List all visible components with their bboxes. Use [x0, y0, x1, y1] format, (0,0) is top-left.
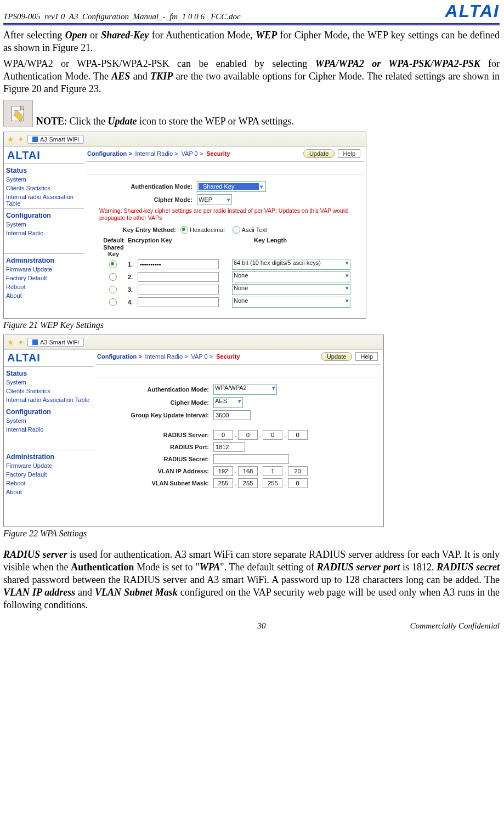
vlan-mask-3[interactable] — [263, 478, 282, 488]
radius-ip-4[interactable] — [288, 430, 308, 440]
add-favorite-icon[interactable]: ✦ — [18, 338, 24, 347]
note-label: NOTE — [36, 116, 64, 127]
sidebar-item-internal-radio[interactable]: Internal Radio — [4, 229, 84, 238]
chevron-down-icon: ▾ — [346, 259, 349, 269]
sidebar-status-title: Status — [4, 366, 94, 378]
radius-ip-2[interactable] — [238, 430, 258, 440]
sidebar-admin-title: Administration — [4, 253, 84, 265]
sidebar-item-firmware[interactable]: Firmware Update — [4, 462, 94, 471]
auth-mode-label: Authentication Mode: — [116, 386, 213, 393]
encryption-key-input[interactable] — [138, 272, 219, 282]
cipher-mode-select[interactable]: WEP▾ — [197, 194, 232, 205]
breadcrumb-config[interactable]: Configuration > — [97, 353, 142, 360]
sidebar-item-reboot[interactable]: Reboot — [4, 479, 94, 488]
col-default-key: Default Shared Key — [99, 237, 128, 257]
sidebar-logo: ALTAI — [7, 149, 41, 162]
radius-ip-1[interactable] — [213, 430, 233, 440]
sidebar-item-system[interactable]: System — [4, 175, 84, 184]
default-key-radio[interactable] — [109, 298, 117, 306]
auth-mode-select[interactable]: WPA/WPA2▾ — [213, 384, 277, 395]
screenshot-wep: ★ ✦ A3 Smart WiFi ALTAI Status System Cl… — [3, 132, 366, 319]
default-key-radio[interactable] — [109, 286, 117, 293]
favorite-icon[interactable]: ★ — [7, 135, 14, 144]
default-key-radio[interactable] — [109, 261, 117, 268]
note-icon — [3, 100, 33, 127]
paragraph-1: After selecting Open or Shared-Key for A… — [3, 29, 500, 54]
wep-key-row: 1.64 bit (10 hex digits/5 ascii keys)▾ — [99, 259, 350, 270]
breadcrumb-vap[interactable]: VAP 0 > — [182, 150, 203, 157]
breadcrumb-radio[interactable]: Internal Radio > — [145, 353, 188, 360]
sidebar-item-config-system[interactable]: System — [4, 417, 94, 426]
sidebar-item-assoc-table[interactable]: Internal radio Association Table — [4, 396, 94, 405]
key-length-select[interactable]: None▾ — [232, 271, 350, 282]
vlan-mask-label: VLAN Subnet Mask: — [116, 480, 213, 486]
update-button[interactable]: Update — [303, 149, 335, 158]
vlan-ip-1[interactable] — [213, 466, 233, 476]
vlan-ip-4[interactable] — [288, 466, 308, 476]
sidebar-item-about[interactable]: About — [4, 292, 84, 301]
key-length-select[interactable]: None▾ — [232, 284, 350, 295]
breadcrumb-vap[interactable]: VAP 0 > — [191, 353, 213, 360]
tab-favicon-icon — [32, 339, 38, 345]
encryption-key-input[interactable] — [138, 297, 219, 307]
add-favorite-icon[interactable]: ✦ — [18, 135, 24, 144]
sidebar-item-factory[interactable]: Factory Default — [4, 274, 84, 283]
help-button[interactable]: Help — [355, 352, 378, 361]
radius-secret-input[interactable] — [213, 454, 289, 464]
sidebar-admin-title: Administration — [4, 450, 94, 462]
sidebar-logo: ALTAI — [7, 352, 41, 364]
radius-secret-label: RADIUS Secret: — [116, 456, 213, 462]
auth-mode-select[interactable]: Shared Key▾ — [197, 181, 266, 192]
vlan-mask-1[interactable] — [213, 478, 233, 488]
encryption-key-input[interactable] — [138, 259, 219, 269]
sidebar-item-config-system[interactable]: System — [4, 220, 84, 229]
chevron-down-icon: ▾ — [227, 196, 230, 203]
sidebar-item-clients[interactable]: Clients Statistics — [4, 184, 84, 193]
chevron-down-icon: ▾ — [238, 398, 241, 407]
vlan-mask-4[interactable] — [288, 478, 308, 488]
help-button[interactable]: Help — [338, 149, 360, 158]
radius-port-input[interactable] — [213, 442, 245, 452]
cipher-mode-label: Cipher Mode: — [116, 399, 213, 406]
browser-tab[interactable]: A3 Smart WiFi — [27, 135, 84, 144]
breadcrumb-security: Security — [206, 150, 230, 157]
sidebar-item-firmware[interactable]: Firmware Update — [4, 265, 84, 274]
sidebar-item-about[interactable]: About — [4, 488, 94, 497]
browser-tab[interactable]: A3 Smart WiFi — [27, 338, 84, 347]
cipher-mode-select[interactable]: AES▾ — [213, 397, 243, 408]
radius-ip-3[interactable] — [263, 430, 282, 440]
ascii-radio-label: Ascii Text — [242, 227, 267, 233]
sidebar-item-clients[interactable]: Clients Statistics — [4, 387, 94, 396]
favorite-icon[interactable]: ★ — [7, 338, 14, 347]
confidential-label: Commercially Confidential — [410, 621, 500, 631]
sidebar-item-factory[interactable]: Factory Default — [4, 471, 94, 479]
col-encryption-key: Encryption Key — [128, 237, 210, 257]
encryption-key-input[interactable] — [138, 285, 219, 295]
warning-text: Warning: Shared-key cipher settings are … — [99, 207, 350, 222]
vlan-mask-2[interactable] — [238, 478, 258, 488]
figure-21-caption: Figure 21 WEP Key Settings — [3, 320, 500, 330]
gku-input[interactable] — [213, 410, 251, 420]
tab-favicon-icon — [32, 137, 38, 142]
paragraph-3: RADIUS server is used for authentication… — [3, 548, 500, 611]
ascii-radio[interactable] — [233, 226, 240, 234]
key-row-number: 1. — [128, 261, 138, 268]
sidebar-item-internal-radio[interactable]: Internal Radio — [4, 426, 94, 434]
sidebar-item-assoc-table[interactable]: Internal radio Association Table — [4, 193, 84, 208]
breadcrumb-radio[interactable]: Internal Radio > — [135, 150, 178, 157]
breadcrumb-config[interactable]: Configuration > — [87, 150, 132, 157]
update-button[interactable]: Update — [321, 352, 352, 361]
radius-port-label: RADIUS Port: — [116, 444, 213, 450]
sidebar-item-system[interactable]: System — [4, 378, 94, 387]
vlan-ip-2[interactable] — [238, 466, 258, 476]
auth-mode-label: Authentication Mode: — [99, 183, 197, 190]
vlan-ip-3[interactable] — [263, 466, 282, 476]
figure-22-caption: Figure 22 WPA Settings — [3, 529, 500, 539]
key-length-select[interactable]: 64 bit (10 hex digits/5 ascii keys)▾ — [232, 259, 350, 270]
default-key-radio[interactable] — [109, 273, 117, 281]
hex-radio[interactable] — [180, 226, 188, 234]
gku-label: Group Key Update Interval: — [116, 412, 213, 418]
chevron-down-icon: ▾ — [346, 272, 349, 282]
key-length-select[interactable]: None▾ — [232, 297, 350, 308]
sidebar-item-reboot[interactable]: Reboot — [4, 283, 84, 292]
